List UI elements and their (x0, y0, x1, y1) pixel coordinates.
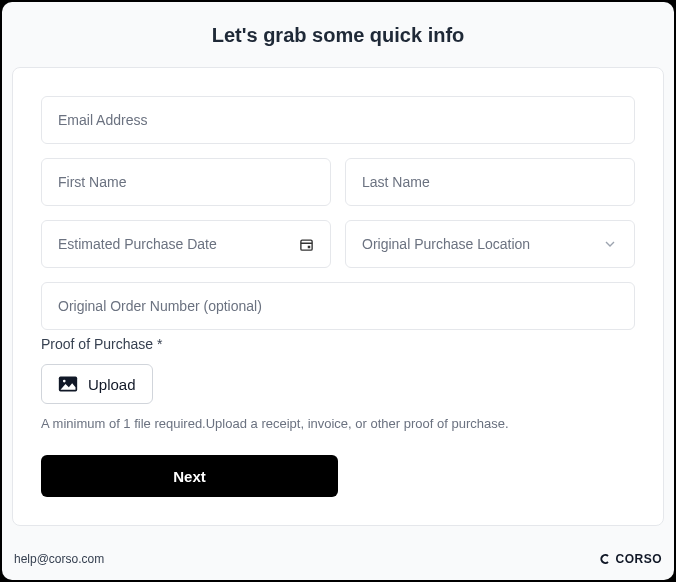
proof-hint: A minimum of 1 file required.Upload a re… (41, 416, 635, 431)
first-name-field[interactable]: First Name (41, 158, 331, 206)
calendar-icon (299, 237, 314, 252)
chevron-down-icon (602, 236, 618, 252)
upload-button[interactable]: Upload (41, 364, 153, 404)
form-card: Email Address First Name Last Name Estim… (12, 67, 664, 526)
upload-button-label: Upload (88, 376, 136, 393)
brand-text: CORSO (615, 552, 662, 566)
svg-rect-2 (308, 245, 311, 248)
svg-point-4 (63, 380, 66, 383)
brand-logo: CORSO (599, 552, 662, 566)
purchase-location-placeholder: Original Purchase Location (362, 236, 530, 252)
email-field[interactable]: Email Address (41, 96, 635, 144)
order-number-placeholder: Original Order Number (optional) (58, 298, 262, 314)
email-placeholder: Email Address (58, 112, 147, 128)
first-name-placeholder: First Name (58, 174, 126, 190)
purchase-date-placeholder: Estimated Purchase Date (58, 236, 217, 252)
purchase-location-select[interactable]: Original Purchase Location (345, 220, 635, 268)
last-name-placeholder: Last Name (362, 174, 430, 190)
purchase-date-field[interactable]: Estimated Purchase Date (41, 220, 331, 268)
help-email-link[interactable]: help@corso.com (14, 552, 104, 566)
svg-rect-0 (301, 240, 312, 250)
last-name-field[interactable]: Last Name (345, 158, 635, 206)
proof-of-purchase-label: Proof of Purchase * (41, 336, 635, 352)
image-icon (58, 375, 78, 393)
next-button[interactable]: Next (41, 455, 338, 497)
page-title: Let's grab some quick info (2, 24, 674, 47)
order-number-field[interactable]: Original Order Number (optional) (41, 282, 635, 330)
